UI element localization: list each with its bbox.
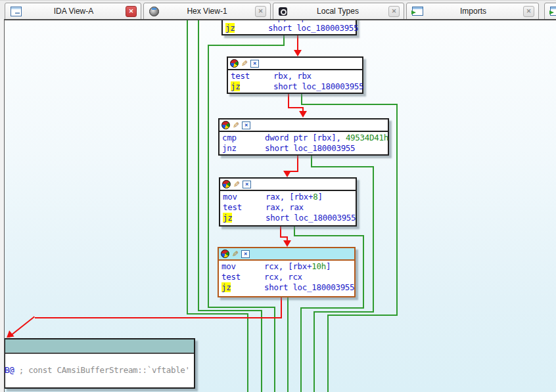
tab-imports[interactable]: Imports✕ xyxy=(406,3,539,20)
edge-segment xyxy=(396,104,398,315)
edit-pencil-icon[interactable]: ✎ xyxy=(233,121,239,129)
edge-segment xyxy=(301,94,302,104)
instruction-line[interactable]: mov rcx, [rbx+10h] xyxy=(221,261,354,272)
edge-arrow-icon xyxy=(294,50,302,56)
edge-segment xyxy=(288,94,289,107)
block-mov-rax[interactable]: ✎✕mov rax, [rbx+8]test rax, raxjz short … xyxy=(219,177,357,227)
edge-segment xyxy=(208,307,275,308)
instruction-line[interactable]: test rax, rax xyxy=(223,202,356,213)
edge-segment xyxy=(373,166,374,311)
tab-close-icon[interactable]: ✕ xyxy=(388,6,400,17)
instruction-line[interactable]: B@ ; const CAmsiBufferStream::`vftable' xyxy=(5,355,194,376)
edge-segment xyxy=(297,156,298,171)
instruction-line[interactable]: mov rax, [rbx+8] xyxy=(223,192,356,202)
edge-segment xyxy=(288,107,304,108)
group-nodes-icon[interactable]: ✕ xyxy=(243,181,251,188)
instruction-token: B@ xyxy=(5,365,19,375)
instruction-token: short loc_180003955 xyxy=(235,23,358,33)
instruction-token: short loc_180003955 xyxy=(232,213,356,223)
block-title-bar: ✎✕ xyxy=(220,179,356,191)
block-cmp-magic[interactable]: ✎✕cmp dword ptr [rbx], 49534D41hjnz shor… xyxy=(218,118,389,156)
group-nodes-icon[interactable]: ✕ xyxy=(250,60,259,68)
instruction-token: test rax, rax xyxy=(223,202,304,212)
instruction-token: 8 xyxy=(313,192,317,202)
block-body: test rbp, rbpjz short loc_180003955 xyxy=(223,19,356,34)
edge-segment xyxy=(311,156,312,166)
instruction-token: test rcx, rcx xyxy=(221,272,302,282)
block-mov-rcx[interactable]: ✎✕mov rcx, [rbx+10h]test rcx, rcxjz shor… xyxy=(218,247,356,297)
block-title-bar: ✎✕ xyxy=(219,248,354,261)
block-title-bar xyxy=(5,339,194,354)
color-wheel-icon[interactable] xyxy=(221,121,230,129)
color-wheel-icon[interactable] xyxy=(222,180,231,188)
edge-segment xyxy=(208,45,209,307)
instruction-token: jnz short loc_180003955 xyxy=(222,143,355,153)
edge-segment xyxy=(363,235,364,307)
edit-pencil-icon[interactable]: ✎ xyxy=(232,250,239,258)
edge-segment xyxy=(294,227,295,235)
tab-partial[interactable] xyxy=(544,3,556,20)
edge-segment xyxy=(313,311,315,392)
edge-segment xyxy=(327,315,329,392)
edge-segment xyxy=(300,307,364,309)
block-body: mov rcx, [rbx+10h]test rcx, rcxjz short … xyxy=(219,261,354,294)
instruction-line[interactable]: jz short loc_180003955 xyxy=(225,23,356,33)
instruction-token: 49534D41h xyxy=(346,133,388,142)
instruction-token: ; const CAmsiBufferStream::`vftable' xyxy=(19,365,190,375)
instruction-token: ] xyxy=(318,192,323,202)
edge-segment xyxy=(300,307,302,392)
edit-pencil-icon[interactable]: ✎ xyxy=(241,60,248,68)
tab-close-icon[interactable]: ✕ xyxy=(126,6,137,17)
tab-label: IDA View-A xyxy=(22,7,126,16)
tab-ida-view-a[interactable]: IDA View-A✕ xyxy=(5,3,141,20)
edge-arrow-icon xyxy=(283,171,291,177)
tab-close-icon[interactable]: ✕ xyxy=(255,6,266,17)
instruction-token: cmp dword ptr [rbx], xyxy=(222,133,346,142)
highlighted-token: jz xyxy=(221,282,231,292)
block-title-bar: ✎✕ xyxy=(220,120,388,132)
graph-view[interactable]: ✎✕test rbp, rbpjz short loc_180003955✎✕t… xyxy=(4,19,556,392)
instruction-line[interactable]: jnz short loc_180003955 xyxy=(222,143,388,154)
instruction-line[interactable]: jz short loc_180003955 xyxy=(221,282,354,293)
instruction-token: short loc_180003955 xyxy=(231,282,354,292)
edge-segment xyxy=(281,297,282,317)
instruction-line[interactable]: test rcx, rcx xyxy=(221,272,354,282)
block-body: cmp dword ptr [rbx], 49534D41hjnz short … xyxy=(220,132,388,154)
instruction-line[interactable]: cmp dword ptr [rbx], 49534D41h xyxy=(222,133,388,143)
edge-segment xyxy=(297,35,298,51)
color-wheel-icon[interactable] xyxy=(221,250,229,258)
instruction-line[interactable]: jz short loc_180003955 xyxy=(223,213,356,223)
group-nodes-icon[interactable]: ✕ xyxy=(241,250,250,258)
instruction-token: test rbp, rbp xyxy=(225,19,306,22)
instruction-token: ] xyxy=(326,261,331,271)
instruction-token: 10h xyxy=(312,261,326,271)
edge-arrow-icon xyxy=(299,111,307,118)
edge-segment xyxy=(274,307,275,392)
tab-hex-view-1[interactable]: Hex View-1✕ xyxy=(143,3,271,20)
block-test-rbp[interactable]: ✎✕test rbp, rbpjz short loc_180003955 xyxy=(221,19,357,35)
group-nodes-icon[interactable]: ✕ xyxy=(242,121,250,129)
color-wheel-icon[interactable] xyxy=(230,59,239,68)
exports-icon xyxy=(550,7,556,16)
edge-segment xyxy=(294,235,364,236)
highlighted-token: jz xyxy=(223,213,232,223)
block-test-rbx[interactable]: ✎✕test rbx, rbxjz short loc_180003955 xyxy=(227,56,363,94)
tab-label: Hex View-1 xyxy=(159,7,255,16)
highlighted-token: jz xyxy=(231,81,240,91)
instruction-line[interactable]: test rbx, rbx xyxy=(231,71,362,81)
block-body: B@ ; const CAmsiBufferStream::`vftable' xyxy=(5,354,194,376)
edge-segment xyxy=(313,311,374,313)
tab-local-types[interactable]: Local Types✕ xyxy=(273,3,404,20)
tab-bar: IDA View-A✕Hex View-1✕Local Types✕Import… xyxy=(0,0,556,20)
block-title-bar: ✎✕ xyxy=(228,58,362,70)
tab-close-icon[interactable]: ✕ xyxy=(523,6,534,17)
instruction-line[interactable]: jz short loc_180003955 xyxy=(231,81,362,92)
edge-segment xyxy=(301,104,398,105)
edit-pencil-icon[interactable]: ✎ xyxy=(233,181,240,188)
local-types-icon xyxy=(279,7,287,16)
block-vftable[interactable]: B@ ; const CAmsiBufferStream::`vftable' xyxy=(4,338,195,389)
instruction-token: test rbx, rbx xyxy=(231,71,312,81)
edge-segment xyxy=(247,313,248,392)
imports-icon xyxy=(412,7,423,16)
instruction-token: short loc_180003955 xyxy=(240,81,363,91)
